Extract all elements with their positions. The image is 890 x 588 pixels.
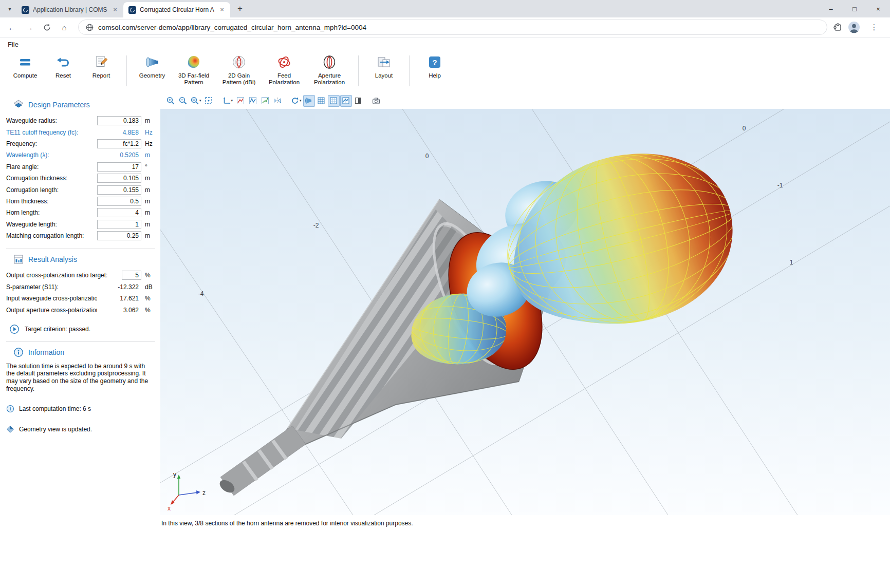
maximize-button[interactable]: □ (843, 0, 866, 17)
tab-close-icon[interactable]: × (218, 6, 226, 14)
waveguide-length-input[interactable] (97, 220, 141, 229)
axis-tick: -4 (198, 290, 204, 297)
information-header: Information (13, 347, 160, 357)
gain-2d-button[interactable]: 2D Gain Pattern (dBi) (216, 51, 262, 92)
tab-close-icon[interactable]: × (111, 6, 119, 14)
home-button[interactable]: ⌂ (57, 20, 71, 34)
xy-plane-view-button[interactable] (234, 95, 246, 107)
help-button[interactable]: ? Help (416, 51, 454, 92)
triad-y-label: y (173, 471, 176, 478)
ribbon-label: Compute (13, 72, 38, 79)
report-button[interactable]: Report (82, 51, 120, 92)
snapshot-button[interactable] (370, 95, 382, 107)
zoom-to-selection-button[interactable]: ▾ (189, 95, 202, 107)
flare-angle-input[interactable] (97, 162, 141, 172)
design-parameters-header: Design Parameters (13, 100, 160, 110)
forward-button[interactable]: → (22, 20, 36, 34)
feed-polarization-button[interactable]: Feed Polarization (262, 51, 307, 92)
minimize-button[interactable]: – (819, 0, 843, 17)
back-button[interactable]: ← (5, 20, 19, 34)
axes-grid-toggle[interactable] (328, 95, 340, 107)
grid-toggle[interactable] (316, 95, 327, 107)
triad-x-label: x (168, 505, 171, 512)
param-label: Horn length: (6, 209, 97, 216)
tab-search-icon[interactable]: ▾ (3, 2, 16, 15)
ribbon-separator (358, 55, 359, 86)
mirror-view-button[interactable] (271, 95, 283, 107)
contrast-toggle[interactable] (353, 95, 364, 107)
gain-2d-icon (231, 54, 247, 70)
compute-button[interactable]: Compute (6, 51, 44, 92)
zoom-in-button[interactable] (164, 95, 176, 107)
browser-menu-icon[interactable]: ⋮ (867, 20, 881, 34)
layout-icon (376, 54, 392, 70)
geometry-updated-row: Geometry view is updated. (6, 425, 160, 433)
graphics-canvas[interactable]: 0 -2 -4 0 -1 1 y z x (160, 109, 890, 515)
waveguide-radius-input[interactable] (97, 116, 141, 125)
close-button[interactable]: × (866, 0, 890, 17)
geometry-updated-text: Geometry view is updated. (19, 426, 92, 433)
frequency-input[interactable] (97, 139, 141, 148)
window-controls: – □ × (819, 0, 890, 17)
browser-tab-active[interactable]: Corrugated Circular Horn Anten × (123, 2, 230, 17)
param-unit: m (145, 209, 157, 216)
param-unit: % (145, 307, 157, 314)
corrugation-length-input[interactable] (97, 185, 141, 195)
last-computation-row: Last computation time: 6 s (6, 405, 160, 413)
section-divider (6, 342, 155, 342)
aperture-polarization-button[interactable]: Aperture Polarization (307, 51, 352, 92)
param-unit: m (145, 232, 157, 239)
matching-corrugation-length-input[interactable] (97, 231, 141, 240)
last-computation-text: Last computation time: 6 s (19, 405, 91, 412)
new-tab-button[interactable]: + (233, 2, 247, 15)
comsol-favicon (22, 6, 29, 14)
browser-tab-strip: ▾ Application Library | COMSOL S × Corru… (0, 0, 890, 17)
cross-pol-target-input[interactable] (122, 271, 141, 280)
rotate-view-button[interactable]: ▾ (289, 95, 303, 107)
reset-icon (55, 54, 71, 70)
param-unit: m (145, 221, 157, 228)
ribbon-label: Help (429, 72, 441, 79)
file-menu[interactable]: File (8, 41, 18, 48)
profile-avatar[interactable] (848, 21, 860, 33)
browser-tab-inactive[interactable]: Application Library | COMSOL S × (16, 2, 123, 17)
plot-grid-toggle[interactable] (340, 95, 352, 107)
param-row: Corrugation thickness: m (6, 173, 160, 184)
caret-down-icon: ▾ (231, 99, 233, 103)
param-label: Frequency: (6, 140, 97, 147)
corrugation-thickness-input[interactable] (97, 174, 141, 183)
param-label: Corrugation length: (6, 186, 97, 194)
feed-polarization-icon (276, 54, 292, 70)
param-unit: m (145, 151, 157, 159)
zoom-extents-button[interactable] (203, 95, 215, 107)
go-to-view-button[interactable]: ▾ (221, 95, 234, 107)
scene-light-toggle[interactable] (303, 95, 315, 107)
farfield-3d-button[interactable]: 3D Far-field Pattern (171, 51, 216, 92)
criterion-text: Target criterion: passed. (25, 326, 90, 333)
triad-z-label: z (202, 489, 206, 497)
information-body: The solution time is expected to be arou… (6, 363, 153, 392)
settings-panel: Design Parameters Waveguide radius: m TE… (0, 92, 160, 587)
ribbon-separator (409, 55, 410, 86)
section-divider (6, 249, 155, 249)
ribbon-label: 3D Far-field Pattern (174, 72, 214, 86)
axis-tick: -1 (777, 182, 783, 189)
horn-length-input[interactable] (97, 208, 141, 217)
horn-thickness-input[interactable] (97, 197, 141, 206)
app-ribbon: Compute Reset Report Geometry (0, 51, 890, 92)
section-title: Information (28, 348, 64, 356)
ribbon-label: 2D Gain Pattern (dBi) (219, 72, 259, 86)
extensions-icon[interactable] (832, 22, 843, 32)
layout-button[interactable]: Layout (365, 51, 403, 92)
address-bar[interactable]: comsol.com/server-demo/app/library_corru… (78, 20, 827, 35)
yz-plane-view-button[interactable] (247, 95, 258, 107)
axis-tick: 1 (790, 259, 793, 266)
param-label: Waveguide length: (6, 221, 97, 228)
geometry-button[interactable]: Geometry (133, 51, 171, 92)
param-unit: % (145, 272, 157, 279)
reset-button[interactable]: Reset (44, 51, 82, 92)
zoom-out-button[interactable] (177, 95, 189, 107)
reload-button[interactable] (40, 20, 54, 34)
browser-navbar: ← → ⌂ comsol.com/server-demo/app/library… (0, 17, 890, 37)
zx-plane-view-button[interactable] (259, 95, 271, 107)
